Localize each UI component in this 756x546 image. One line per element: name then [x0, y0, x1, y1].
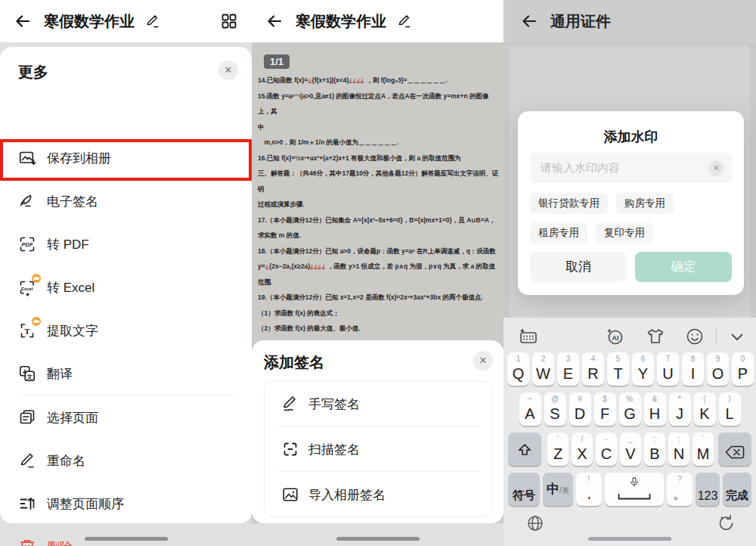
key-b[interactable]: :B — [644, 433, 665, 466]
menu-item-delete[interactable]: 删除 — [0, 525, 252, 546]
edit-title-icon[interactable] — [145, 14, 160, 29]
vip-badge-icon — [32, 274, 41, 283]
more-sheet: 更多 ✕ 保存到相册电子签名PDF转 PDFExcel转 ExcelT提取文字A… — [0, 47, 252, 523]
comma-key[interactable]: !， — [576, 473, 602, 506]
menu-item-label: 选择页面 — [47, 408, 98, 426]
key-label: Y — [632, 365, 654, 383]
close-icon[interactable]: ✕ — [473, 351, 493, 371]
back-arrow-icon[interactable] — [14, 12, 32, 30]
watermark-preset-tag[interactable]: 租房专用 — [530, 222, 587, 244]
menu-item-excel[interactable]: Excel转 Excel — [0, 265, 252, 309]
key-v[interactable]: _V — [620, 433, 641, 466]
key-l[interactable]: )L — [719, 392, 741, 426]
key-k[interactable]: (K — [694, 392, 716, 426]
key-label: O — [707, 365, 729, 383]
back-arrow-icon[interactable] — [265, 12, 284, 30]
key-y[interactable]: 6Y — [632, 352, 654, 386]
key-a[interactable]: ~A — [519, 392, 541, 426]
menu-item-label: 删除 — [47, 538, 73, 546]
key-z[interactable]: 'Z — [547, 433, 569, 466]
svg-text:PDF: PDF — [22, 241, 33, 248]
key-alt-label: : — [644, 435, 665, 443]
done-key[interactable]: 完成 — [723, 473, 751, 506]
home-indicator[interactable] — [588, 537, 671, 541]
key-alt-label: - — [596, 435, 617, 443]
period-key[interactable]: ?。 — [667, 473, 692, 506]
menu-item-label: 电子签名 — [47, 192, 98, 209]
menu-item-rename[interactable]: 重命名 — [0, 439, 252, 482]
chevron-down-icon[interactable] — [727, 327, 747, 346]
key-n[interactable]: ;N — [668, 433, 689, 466]
excel-icon: Excel — [18, 278, 36, 296]
watermark-preset-tag[interactable]: 银行贷款专用 — [530, 193, 608, 214]
menu-item-label: 重命名 — [47, 451, 85, 469]
close-icon[interactable]: ✕ — [218, 60, 238, 80]
key-alt-label: $ — [594, 395, 616, 403]
menu-item-extract-text[interactable]: T提取文字 — [0, 309, 252, 352]
clear-input-icon[interactable]: ✕ — [708, 160, 724, 176]
signature-option-scan[interactable]: 扫描签名 — [265, 427, 491, 471]
confirm-button[interactable]: 确定 — [635, 252, 732, 282]
globe-language-icon[interactable] — [526, 514, 544, 532]
menu-item-pdf[interactable]: PDF转 PDF — [0, 222, 252, 265]
key-s[interactable]: @S — [544, 392, 566, 426]
key-g[interactable]: %G — [619, 392, 641, 426]
keyboard: AI 1Q2W3E4R5T6Y7U8I9O0P ~A@S#D$F%G&H*J(K… — [503, 318, 756, 546]
menu-item-signature[interactable]: 电子签名 — [0, 179, 252, 222]
space-key[interactable] — [605, 473, 664, 506]
key-h[interactable]: &H — [644, 392, 666, 426]
watermark-preset-tag[interactable]: 复印专用 — [596, 222, 653, 244]
signature-option-label: 手写签名 — [308, 395, 360, 412]
key-c[interactable]: -C — [596, 433, 617, 466]
keyboard-settings-icon[interactable] — [519, 327, 538, 346]
key-q[interactable]: 1Q — [507, 352, 529, 386]
numbers-key[interactable]: 123 — [696, 473, 720, 506]
tshirt-theme-icon[interactable] — [646, 327, 665, 346]
key-p[interactable]: 0P — [732, 352, 754, 386]
ai-assistant-icon[interactable]: AI — [605, 327, 624, 346]
symbols-key[interactable]: 符号 — [508, 473, 540, 506]
home-indicator[interactable] — [336, 537, 420, 541]
key-alt-label: ` — [692, 435, 714, 443]
signature-option-handwrite[interactable]: 手写签名 — [265, 381, 491, 426]
handwrite-icon — [281, 395, 299, 413]
svg-text:T: T — [24, 326, 30, 335]
cancel-button[interactable]: 取消 — [530, 252, 627, 282]
emoji-icon[interactable] — [685, 327, 705, 346]
key-x[interactable]: /X — [572, 433, 593, 466]
shift-key[interactable] — [508, 433, 541, 466]
menu-item-reorder[interactable]: 调整页面顺序 — [0, 482, 252, 525]
watermark-preset-tag[interactable]: 购房专用 — [616, 193, 674, 214]
key-label: W — [532, 365, 554, 383]
back-arrow-icon[interactable] — [520, 12, 538, 30]
menu-item-select-pages[interactable]: 选择页面 — [0, 396, 252, 439]
svg-text:AI: AI — [612, 334, 619, 342]
key-j[interactable]: *J — [669, 392, 691, 426]
key-r[interactable]: 4R — [582, 352, 604, 386]
key-f[interactable]: $F — [594, 392, 616, 426]
doc-title: 寒假数学作业 — [296, 11, 386, 32]
key-o[interactable]: 9O — [707, 352, 729, 386]
menu-item-translate[interactable]: A文翻译 — [0, 352, 252, 395]
key-u[interactable]: 7U — [657, 352, 679, 386]
key-alt-label: * — [669, 395, 691, 403]
key-m[interactable]: `M — [692, 433, 714, 466]
key-i[interactable]: 8I — [682, 352, 704, 386]
backspace-key[interactable] — [718, 433, 751, 466]
menu-item-label: 翻译 — [47, 365, 73, 382]
key-w[interactable]: 2W — [532, 352, 554, 386]
signature-option-album[interactable]: 导入相册签名 — [265, 472, 491, 517]
edit-title-icon[interactable] — [397, 14, 412, 29]
key-label: E — [557, 365, 579, 383]
watermark-input[interactable]: 请输入水印内容 ✕ — [530, 153, 732, 183]
key-e[interactable]: 3E — [557, 352, 579, 386]
key-t[interactable]: 5T — [607, 352, 629, 386]
home-indicator[interactable] — [85, 537, 168, 541]
grid-view-icon[interactable] — [220, 12, 238, 30]
menu-item-label: 提取文字 — [47, 321, 98, 339]
middle-header: 寒假数学作业 — [252, 0, 503, 42]
undo-history-icon[interactable] — [717, 513, 736, 532]
key-alt-label: / — [572, 435, 593, 443]
language-toggle-key[interactable]: 中/英 — [543, 473, 573, 506]
key-d[interactable]: #D — [569, 392, 591, 426]
